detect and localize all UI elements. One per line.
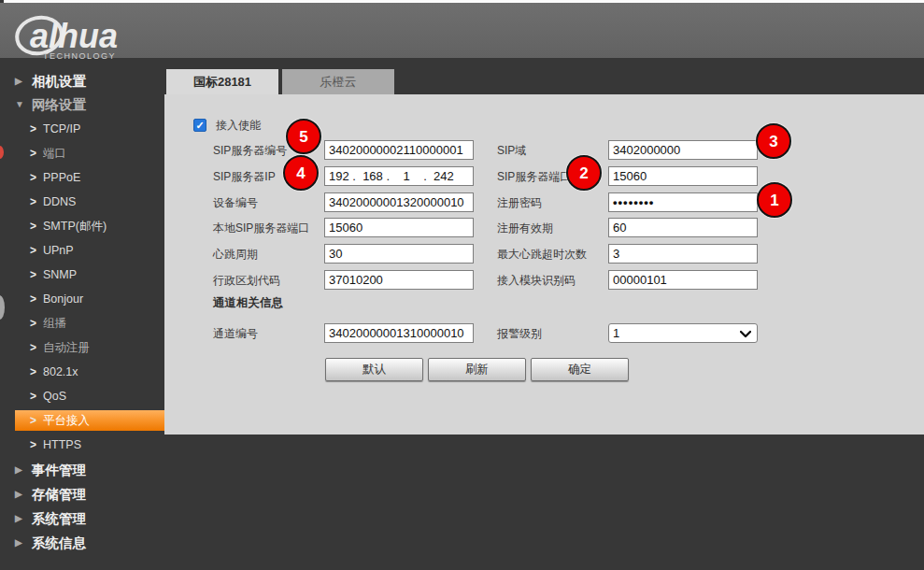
sidebar-item-snmp[interactable]: >SNMP xyxy=(30,266,77,283)
register-password-label: 注册密码 xyxy=(497,195,542,210)
max-heartbeat-timeout-input[interactable] xyxy=(608,244,758,264)
heartbeat-period-label: 心跳周期 xyxy=(213,247,258,262)
tab-gb28181[interactable]: 国标28181 xyxy=(166,69,278,94)
sidebar-item-network-settings[interactable]: ▼网络设置 xyxy=(15,96,86,113)
sidebar-item-storage-management[interactable]: ▶存储管理 xyxy=(15,486,86,503)
chevron-right-icon: > xyxy=(30,388,43,405)
sip-server-port-input[interactable] xyxy=(608,166,758,186)
enable-access-label: 接入使能 xyxy=(216,118,261,133)
check-icon: ✓ xyxy=(195,120,204,131)
left-edge-red-artifact xyxy=(0,146,4,159)
sidebar-item-8021x[interactable]: >802.1x xyxy=(30,363,78,380)
register-validity-input[interactable] xyxy=(608,218,758,237)
chevron-right-icon: > xyxy=(30,121,43,137)
sidebar-item-auto-register[interactable]: >自动注册 xyxy=(30,339,90,356)
sidebar-item-smtp[interactable]: >SMTP(邮件) xyxy=(30,218,107,235)
sidebar-item-bonjour[interactable]: >Bonjour xyxy=(30,291,83,307)
chevron-right-icon: > xyxy=(30,169,43,186)
alarm-level-label: 报警级别 xyxy=(497,326,542,341)
annotation-circle-3: 3 xyxy=(756,123,791,159)
chevron-right-icon: > xyxy=(30,193,43,210)
sip-server-port-label: SIP服务器端口 xyxy=(497,169,571,184)
chevron-right-icon: > xyxy=(30,412,43,429)
sip-domain-label: SIP域 xyxy=(497,143,526,158)
left-edge-gray-artifact xyxy=(0,295,5,320)
register-validity-label: 注册有效期 xyxy=(497,221,553,235)
local-sip-port-input[interactable] xyxy=(324,218,474,237)
sip-server-id-input[interactable] xyxy=(324,140,474,160)
sidebar-item-qos[interactable]: >QoS xyxy=(30,388,66,405)
chevron-right-icon: > xyxy=(30,339,43,356)
sidebar-item-multicast[interactable]: >组播 xyxy=(30,315,66,332)
sip-server-ip-label: SIP服务器IP xyxy=(213,169,276,184)
logo-text: alhua xyxy=(30,17,118,55)
sidebar-item-system-info[interactable]: ▶系统信息 xyxy=(15,534,86,551)
channel-section-header: 通道相关信息 xyxy=(213,295,283,311)
chevron-right-icon: > xyxy=(30,266,43,283)
max-heartbeat-timeout-label: 最大心跳超时次数 xyxy=(497,247,587,262)
enable-access-checkbox[interactable]: ✓ xyxy=(193,119,206,132)
sidebar-item-upnp[interactable]: >UPnP xyxy=(30,242,74,259)
register-password-input[interactable] xyxy=(608,192,758,212)
annotation-circle-1: 1 xyxy=(757,182,792,218)
region-code-label: 行政区划代码 xyxy=(213,273,280,288)
chevron-right-icon: > xyxy=(30,145,43,162)
confirm-button[interactable]: 确定 xyxy=(531,358,629,381)
sidebar-item-ddns[interactable]: >DDNS xyxy=(30,193,76,210)
device-id-label: 设备编号 xyxy=(213,195,258,210)
device-id-input[interactable] xyxy=(324,192,474,212)
chevron-right-icon: > xyxy=(30,218,43,235)
chevron-right-icon: > xyxy=(30,291,43,307)
dahua-logo: alhua TECHNOLOGY xyxy=(11,13,189,62)
sip-server-id-label: SIP服务器编号 xyxy=(213,143,287,158)
sidebar-item-tcpip[interactable]: >TCP/IP xyxy=(30,121,80,137)
alarm-level-select[interactable]: 1 xyxy=(608,323,758,343)
heartbeat-period-input[interactable] xyxy=(324,244,474,264)
annotation-circle-4: 4 xyxy=(283,155,319,191)
channel-id-label: 通道编号 xyxy=(213,326,258,341)
chevron-right-icon: > xyxy=(30,242,43,259)
sip-server-ip-input[interactable] xyxy=(324,166,474,186)
logo-subtext: TECHNOLOGY xyxy=(43,51,116,61)
annotation-circle-5: 5 xyxy=(286,119,321,154)
sidebar-item-event-management[interactable]: ▶事件管理 xyxy=(15,462,86,478)
header-bar: alhua TECHNOLOGY xyxy=(0,3,924,58)
triangle-right-icon: ▶ xyxy=(15,486,32,503)
sip-domain-input[interactable] xyxy=(608,140,758,160)
sidebar-item-platform-access[interactable]: >平台接入 xyxy=(30,412,90,429)
triangle-right-icon: ▶ xyxy=(15,534,32,551)
chevron-right-icon: > xyxy=(30,315,43,332)
sidebar-item-https[interactable]: >HTTPS xyxy=(30,436,81,453)
triangle-right-icon: ▶ xyxy=(15,510,32,527)
channel-id-input[interactable] xyxy=(324,323,474,343)
triangle-right-icon: ▶ xyxy=(15,73,32,90)
sidebar-item-camera-settings[interactable]: ▶相机设置 xyxy=(15,73,86,90)
triangle-down-icon: ▼ xyxy=(15,96,32,113)
tab-lechengyun[interactable]: 乐橙云 xyxy=(282,69,394,94)
sidebar-item-system-management[interactable]: ▶系统管理 xyxy=(15,510,86,527)
chevron-down-icon xyxy=(740,330,751,338)
refresh-button[interactable]: 刷新 xyxy=(428,358,526,381)
local-sip-port-label: 本地SIP服务器端口 xyxy=(213,221,309,235)
access-module-id-input[interactable] xyxy=(608,270,758,290)
annotation-circle-2: 2 xyxy=(566,155,602,191)
sidebar-item-port[interactable]: >端口 xyxy=(30,145,66,162)
chevron-right-icon: > xyxy=(30,436,43,453)
triangle-right-icon: ▶ xyxy=(15,462,32,478)
access-module-id-label: 接入模块识别码 xyxy=(497,273,576,288)
region-code-input[interactable] xyxy=(324,270,474,290)
chevron-right-icon: > xyxy=(30,363,43,380)
default-button[interactable]: 默认 xyxy=(325,358,423,381)
sidebar-item-pppoe[interactable]: >PPPoE xyxy=(30,169,80,186)
